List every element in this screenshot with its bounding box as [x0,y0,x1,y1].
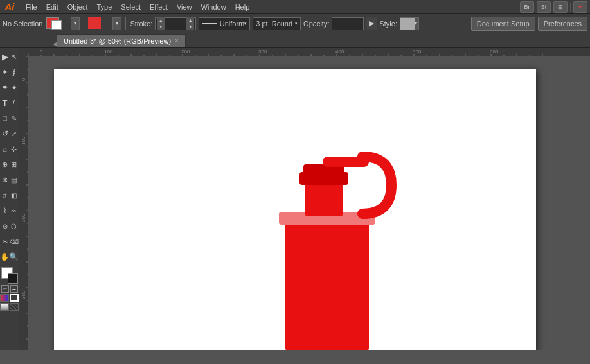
perspective-grid-tool[interactable]: ⊞ [10,157,19,172]
svg-rect-79 [285,220,369,350]
stroke-up-btn[interactable]: ▲ [157,17,165,24]
menu-window[interactable]: Window [197,2,230,12]
warp-tool[interactable]: ⌂ [1,141,10,157]
selection-tool[interactable]: ▶ [1,49,10,64]
svg-text:600: 600 [490,49,499,55]
swap-colors-btn[interactable]: ⇌ [10,285,18,293]
svg-text:200: 200 [21,213,26,222]
no-selection-label: No Selection [3,20,42,28]
color-swatches [1,267,18,284]
tab-close-btn[interactable]: × [175,37,179,44]
background-color[interactable] [8,273,18,284]
stroke-down-btn[interactable]: ▼ [157,24,165,30]
stroke-line-dropdown[interactable]: Uniform ▾ [199,17,250,30]
menu-edit[interactable]: Edit [42,2,62,12]
pencil-tool[interactable]: ✎ [10,110,19,126]
tab-bar: ◀◀ Untitled-3* @ 50% (RGB/Preview) × [0,33,590,48]
stroke-dropdown-arrow: ▾ [244,21,247,26]
document-tab[interactable]: Untitled-3* @ 50% (RGB/Preview) × [57,34,186,47]
workspace-icon[interactable]: ⊞ [553,1,568,13]
preferences-button[interactable]: Preferences [538,17,587,31]
gradient-mode-btn[interactable] [0,303,9,311]
lasso-tool[interactable]: ∮ [10,64,19,80]
stroke-unit-up-btn[interactable]: ▲ [186,17,194,24]
workspace: ◀◀ Untitled-3* @ 50% (RGB/Preview) × ▶ ↖… [0,33,590,350]
fill-dropdown[interactable]: ▾ [71,17,80,30]
anchor-point-tool[interactable]: ✦ [10,80,19,95]
warp-tools-row: ⌂ ⊹ [1,141,19,157]
stroke-swatch[interactable] [88,17,110,31]
eyedropper-tool[interactable]: ⌇ [1,203,10,218]
svg-text:300: 300 [258,49,267,55]
rect-tools-row: □ ✎ [1,110,19,126]
bridge-icon[interactable]: Br [520,1,534,13]
reset-colors-btn[interactable]: ↩ [1,285,9,293]
stroke-value-input[interactable]: 14 pt [165,20,186,28]
stroke-label: Stroke: [130,20,152,28]
no-color-btn[interactable] [10,294,19,302]
mesh-gradient-row: # ◧ [1,187,19,203]
canvas-area[interactable] [28,56,590,350]
direct-selection-tool[interactable]: ↖ [10,49,19,64]
blend-tool[interactable]: ∞ [10,203,19,218]
stroke-unit-down-btn[interactable]: ▼ [186,24,194,30]
color-mode-btn[interactable] [0,294,9,302]
style-dropdown-arrow: ▾ [415,21,417,26]
document-setup-button[interactable]: Document Setup [471,17,535,31]
live-paint-tool[interactable]: ⊘ [1,218,10,234]
gradient-tool[interactable]: ◧ [10,187,19,203]
svg-text:0: 0 [21,78,26,81]
svg-rect-81 [305,182,343,216]
type-tools-row: T / [1,95,19,110]
hand-zoom-row: ✋ 🔍 [1,249,19,264]
column-graph-tool[interactable]: ▤ [10,172,19,187]
menu-select[interactable]: Select [117,2,145,12]
bottle-illustration [279,121,407,350]
menu-help[interactable]: Help [231,2,254,12]
svg-text:200: 200 [181,49,190,55]
rotate-tools-row: ↺ ⤢ [1,126,19,141]
screen-mode-btn[interactable] [10,303,19,311]
canvas-wrapper: 0 100 200 300 400 500 600 [19,48,590,350]
slice-tool[interactable]: ✂ [1,234,10,249]
menu-effect[interactable]: Effect [146,2,172,12]
scale-tool[interactable]: ⤢ [10,126,19,141]
extension-icon[interactable]: ✦ [573,1,587,13]
mesh-tool[interactable]: # [1,187,10,203]
perspective-selection-tool[interactable]: ⬡ [10,218,19,234]
hand-tool[interactable]: ✋ [1,249,10,264]
opacity-input[interactable]: 100% [335,20,359,28]
opacity-label: Opacity: [303,20,329,28]
rectangle-tool[interactable]: □ [1,110,10,126]
stroke-dropdown[interactable]: ▾ [112,17,121,30]
opacity-control[interactable]: 100% [332,17,364,30]
eyedrop-blend-row: ⌇ ∞ [1,203,19,218]
stroke-spinner[interactable]: ▲ ▼ 14 pt ▲ ▼ [155,17,196,30]
menu-type[interactable]: Type [93,2,116,12]
free-transform-tool[interactable]: ⊹ [10,141,19,157]
symbol-sprayer-tool[interactable]: ❋ [1,172,10,187]
eraser-tool[interactable]: ⌫ [10,234,19,249]
workspace-body: ▶ ↖ ✦ ∮ ✒ ✦ T / □ [0,48,590,350]
shape-builder-tool[interactable]: ⊕ [1,157,10,172]
stock-icon[interactable]: St [537,1,551,13]
ruler-corner [19,48,28,56]
symbol-graph-row: ❋ ▤ [1,172,19,187]
menu-view[interactable]: View [173,2,196,12]
svg-text:400: 400 [335,49,344,55]
menu-object[interactable]: Object [64,2,92,12]
fill-swatch[interactable] [46,17,68,31]
menu-file[interactable]: File [22,2,41,12]
shape-tools-row: ⊕ ⊞ [1,157,19,172]
rotate-tool[interactable]: ↺ [1,126,10,141]
line-tool[interactable]: / [10,95,19,110]
pen-tool[interactable]: ✒ [1,80,10,95]
app-logo: Ai [3,1,17,12]
cap-dropdown-arrow: ▾ [295,21,298,26]
stroke-cap-dropdown[interactable]: 3 pt. Round ▾ [253,17,301,30]
zoom-tool[interactable]: 🔍 [10,249,19,264]
type-tool[interactable]: T [1,95,10,110]
opacity-more-btn[interactable]: ▶ [366,17,377,30]
magic-wand-tool[interactable]: ✦ [1,64,10,80]
style-swatch[interactable]: ▾ [400,17,419,30]
